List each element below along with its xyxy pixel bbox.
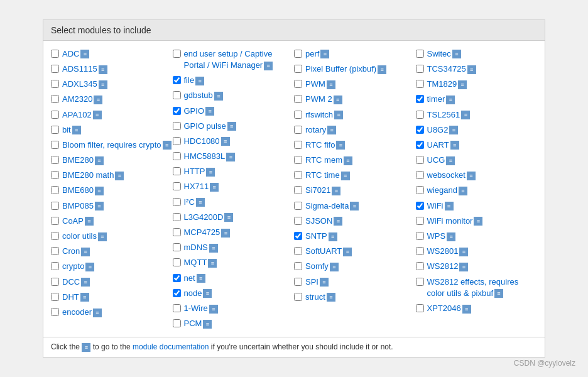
checkbox-node[interactable] [173, 289, 181, 297]
doc-icon-sntp[interactable]: ≡ [329, 232, 337, 241]
label-wiegand[interactable]: wiegand≡ [427, 185, 467, 196]
doc-icon-adxl345[interactable]: ≡ [99, 80, 107, 89]
checkbox-http[interactable] [173, 167, 181, 175]
label-wifimonitor[interactable]: WiFi monitor≡ [427, 216, 483, 227]
checkbox-tcs34725[interactable] [416, 65, 424, 73]
label-dht[interactable]: DHT≡ [62, 292, 89, 303]
checkbox-bme680[interactable] [51, 186, 59, 194]
label-xpt2046[interactable]: XPT2046≡ [427, 303, 471, 314]
doc-icon-adc[interactable]: ≡ [80, 50, 89, 58]
checkbox-colorutils[interactable] [51, 232, 59, 240]
checkbox-wiegand[interactable] [416, 186, 424, 194]
checkbox-i2c[interactable] [173, 198, 181, 206]
checkbox-coap[interactable] [51, 217, 59, 225]
label-bme680[interactable]: BME680≡ [62, 185, 104, 196]
doc-icon-apa102[interactable]: ≡ [93, 111, 102, 119]
doc-icon-hx711[interactable]: ≡ [210, 183, 219, 192]
doc-icon-wiegand[interactable]: ≡ [459, 187, 467, 195]
label-coap[interactable]: CoAP≡ [62, 216, 94, 227]
doc-icon-bloom[interactable]: ≡ [163, 141, 172, 150]
doc-icon-file[interactable]: ≡ [195, 77, 204, 85]
label-enduser[interactable]: end user setup / Captive Portal / WiFi M… [184, 48, 295, 71]
label-mqtt[interactable]: MQTT≡ [184, 257, 217, 268]
checkbox-rfswitch[interactable] [294, 111, 302, 119]
label-uart[interactable]: UART≡ [427, 139, 459, 151]
doc-icon-ads1115[interactable]: ≡ [99, 65, 107, 74]
checkbox-xpt2046[interactable] [416, 304, 424, 312]
doc-icon-rotary[interactable]: ≡ [327, 126, 336, 134]
label-spi[interactable]: SPI≡ [305, 276, 329, 288]
doc-icon-gdbstub[interactable]: ≡ [214, 92, 223, 101]
checkbox-ws2801[interactable] [416, 247, 424, 255]
checkbox-rtcmem[interactable] [294, 156, 302, 164]
checkbox-tsl2561[interactable] [416, 111, 424, 119]
checkbox-rotary[interactable] [294, 126, 302, 134]
label-tcs34725[interactable]: TCS34725≡ [427, 63, 476, 75]
doc-icon-wifimonitor[interactable]: ≡ [474, 217, 482, 226]
checkbox-ads1115[interactable] [51, 65, 59, 73]
doc-icon-coap[interactable]: ≡ [85, 217, 94, 226]
doc-icon-si7021[interactable]: ≡ [332, 187, 340, 195]
checkbox-bloom[interactable] [51, 141, 59, 149]
label-websocket[interactable]: websocket≡ [427, 170, 476, 181]
label-bit[interactable]: bit≡ [62, 124, 81, 136]
doc-icon-ucg[interactable]: ≡ [446, 156, 455, 165]
doc-icon-softuart[interactable]: ≡ [343, 248, 352, 256]
checkbox-perf[interactable] [294, 50, 302, 58]
label-mdns[interactable]: mDNS≡ [184, 242, 218, 253]
doc-icon-rfswitch[interactable]: ≡ [334, 111, 343, 119]
doc-icon-pwm[interactable]: ≡ [327, 80, 335, 89]
checkbox-encoder[interactable] [51, 308, 59, 316]
doc-icon-rtcmem[interactable]: ≡ [344, 156, 352, 165]
checkbox-rtctime[interactable] [294, 171, 302, 179]
label-somfy[interactable]: Somfy≡ [305, 261, 339, 272]
checkbox-u8g2[interactable] [416, 126, 424, 134]
doc-icon-struct[interactable]: ≡ [327, 293, 335, 302]
checkbox-hx711[interactable] [173, 182, 181, 190]
checkbox-timer[interactable] [416, 95, 424, 103]
doc-icon-net[interactable]: ≡ [197, 274, 205, 283]
checkbox-hmc5883l[interactable] [173, 152, 181, 160]
doc-icon-mcp4725[interactable]: ≡ [221, 229, 230, 238]
doc-icon-sjson[interactable]: ≡ [334, 217, 342, 226]
label-adxl345[interactable]: ADXL345≡ [62, 79, 107, 90]
label-apa102[interactable]: APA102≡ [62, 109, 102, 121]
doc-icon-dht[interactable]: ≡ [80, 293, 89, 302]
label-ads1115[interactable]: ADS1115≡ [62, 63, 107, 75]
checkbox-pcm[interactable] [173, 319, 181, 327]
doc-icon-xpt2046[interactable]: ≡ [462, 305, 471, 314]
label-si7021[interactable]: Si7021≡ [305, 185, 340, 196]
label-bloom[interactable]: Bloom filter, requires crypto≡ [62, 139, 172, 151]
module-doc-link[interactable]: module documentation [133, 342, 209, 351]
label-gpiopulse[interactable]: GPIO pulse≡ [184, 121, 236, 132]
doc-icon-dcc[interactable]: ≡ [81, 278, 90, 287]
doc-icon-tsl2561[interactable]: ≡ [461, 111, 470, 119]
label-am2320[interactable]: AM2320≡ [62, 94, 102, 105]
label-bme280[interactable]: BME280≡ [62, 155, 104, 166]
checkbox-enduser[interactable] [173, 50, 181, 58]
doc-icon-l3g4200d[interactable]: ≡ [224, 213, 233, 222]
checkbox-sntp[interactable] [294, 232, 302, 240]
checkbox-gpio[interactable] [173, 107, 181, 115]
label-hx711[interactable]: HX711≡ [184, 181, 219, 192]
checkbox-tm1829[interactable] [416, 80, 424, 88]
doc-icon-sigmadelta[interactable]: ≡ [350, 202, 359, 210]
checkbox-crypto[interactable] [51, 262, 59, 270]
label-mcp4725[interactable]: MCP4725≡ [184, 227, 231, 238]
label-switec[interactable]: Switec≡ [427, 48, 461, 60]
checkbox-hdc1080[interactable] [173, 137, 181, 145]
checkbox-bmp085[interactable] [51, 202, 59, 210]
checkbox-dht[interactable] [51, 293, 59, 301]
checkbox-adxl345[interactable] [51, 80, 59, 88]
doc-icon-wifi[interactable]: ≡ [445, 202, 454, 210]
doc-icon-encoder[interactable]: ≡ [93, 309, 102, 317]
label-gdbstub[interactable]: gdbstub≡ [184, 90, 223, 101]
doc-icon-mdns[interactable]: ≡ [209, 244, 218, 253]
doc-icon-gpio[interactable]: ≡ [205, 107, 214, 116]
doc-icon-pixelbuf[interactable]: ≡ [378, 65, 386, 74]
label-encoder[interactable]: encoder≡ [62, 307, 102, 318]
checkbox-si7021[interactable] [294, 186, 302, 194]
checkbox-sjson[interactable] [294, 217, 302, 225]
label-rtcfifo[interactable]: RTC fifo≡ [305, 139, 345, 151]
label-gpio[interactable]: GPIO≡ [184, 106, 215, 117]
